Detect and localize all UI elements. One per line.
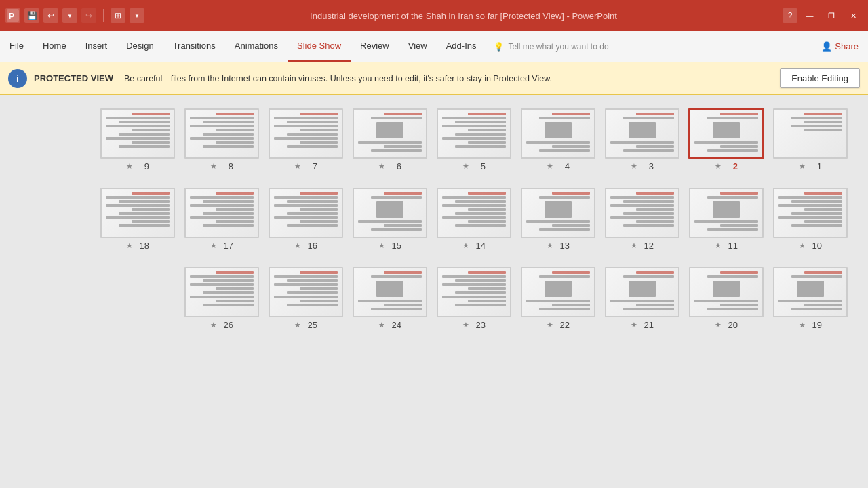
slide-item-1[interactable]: ★1: [773, 108, 848, 171]
slide-thumb-22[interactable]: [521, 267, 595, 317]
slide-number-24: 24: [388, 320, 401, 330]
slide-item-15[interactable]: ★15: [353, 188, 427, 251]
tab-transitions[interactable]: Transitions: [163, 31, 225, 62]
slide-item-20[interactable]: ★20: [689, 267, 764, 330]
slide-row-0: ★9★8★7★6★5★4★3★2★1: [20, 108, 848, 171]
slide-thumb-18[interactable]: [100, 188, 175, 238]
slide-number-14: 14: [472, 241, 486, 251]
present-icon[interactable]: ⊞: [111, 8, 125, 23]
slide-thumb-10[interactable]: [773, 188, 848, 238]
slide-thumb-3[interactable]: [605, 108, 679, 159]
slide-item-7[interactable]: ★7: [269, 108, 343, 171]
minimize-button[interactable]: —: [800, 6, 819, 25]
slide-item-26[interactable]: ★26: [184, 267, 259, 330]
separator: [103, 9, 104, 22]
svg-text:P: P: [9, 12, 14, 21]
slide-thumb-11[interactable]: [689, 188, 764, 238]
slide-thumb-4[interactable]: [521, 108, 595, 159]
star-icon: ★: [378, 241, 385, 250]
slide-item-14[interactable]: ★14: [437, 188, 511, 251]
slide-number-7: 7: [304, 161, 317, 171]
slide-number-26: 26: [220, 320, 233, 330]
slide-number-4: 4: [556, 161, 570, 171]
slide-thumb-17[interactable]: [184, 188, 259, 238]
close-button[interactable]: ✕: [844, 6, 863, 25]
slide-item-12[interactable]: ★12: [605, 188, 679, 251]
slide-item-17[interactable]: ★17: [184, 188, 259, 251]
restore-button[interactable]: ❐: [822, 6, 841, 25]
star-icon: ★: [799, 162, 806, 171]
tab-insert[interactable]: Insert: [76, 31, 117, 62]
slide-thumb-14[interactable]: [437, 188, 511, 238]
slide-number-20: 20: [724, 320, 738, 330]
undo-dropdown-icon[interactable]: ▼: [62, 8, 77, 23]
star-icon: ★: [631, 162, 637, 171]
tab-home[interactable]: Home: [33, 31, 76, 62]
protected-view-message: Be careful—files from the Internet can c…: [124, 74, 773, 83]
slide-thumb-19[interactable]: [773, 267, 848, 317]
tell-me-box[interactable]: 💡 Tell me what you want to do: [486, 42, 812, 52]
tab-view[interactable]: View: [399, 31, 437, 62]
enable-editing-button[interactable]: Enable Editing: [780, 68, 860, 88]
slide-number-16: 16: [304, 241, 317, 251]
slide-thumb-13[interactable]: [521, 188, 595, 238]
star-icon: ★: [462, 162, 469, 171]
slide-item-6[interactable]: ★6: [353, 108, 427, 171]
slide-thumb-6[interactable]: [353, 108, 427, 159]
slide-item-11[interactable]: ★11: [689, 188, 764, 251]
slide-item-16[interactable]: ★16: [269, 188, 343, 251]
undo-icon[interactable]: ↩: [43, 8, 58, 23]
slide-thumb-5[interactable]: [437, 108, 511, 159]
slide-item-10[interactable]: ★10: [773, 188, 848, 251]
help-icon[interactable]: ?: [783, 8, 797, 23]
slide-item-5[interactable]: ★5: [437, 108, 511, 171]
star-icon: ★: [294, 241, 301, 250]
star-icon: ★: [715, 321, 722, 329]
powerpoint-logo-icon[interactable]: P: [5, 8, 20, 23]
tab-design[interactable]: Design: [117, 31, 163, 62]
slide-item-18[interactable]: ★18: [100, 188, 175, 251]
slide-item-19[interactable]: ★19: [773, 267, 848, 330]
slide-item-9[interactable]: ★9: [100, 108, 175, 171]
slide-item-3[interactable]: ★3: [605, 108, 679, 171]
ribbon: File Home Insert Design Transitions Anim…: [0, 31, 868, 62]
tab-review[interactable]: Review: [351, 31, 399, 62]
slide-thumb-25[interactable]: [269, 267, 343, 317]
star-icon: ★: [547, 241, 553, 250]
slide-thumb-12[interactable]: [605, 188, 679, 238]
slide-number-12: 12: [640, 241, 654, 251]
tab-addins[interactable]: Add-Ins: [437, 31, 486, 62]
slide-number-19: 19: [808, 320, 822, 330]
slide-item-13[interactable]: ★13: [521, 188, 595, 251]
tab-slideshow[interactable]: Slide Show: [288, 31, 351, 62]
slide-item-22[interactable]: ★22: [521, 267, 595, 330]
slide-item-24[interactable]: ★24: [353, 267, 427, 330]
tab-animations[interactable]: Animations: [225, 31, 288, 62]
slide-thumb-20[interactable]: [689, 267, 764, 317]
slide-thumb-8[interactable]: [184, 108, 259, 159]
slide-thumb-9[interactable]: [100, 108, 175, 159]
slide-item-2[interactable]: ★2: [689, 108, 764, 171]
slide-number-1: 1: [808, 161, 822, 171]
slide-item-25[interactable]: ★25: [269, 267, 343, 330]
slide-thumb-15[interactable]: [353, 188, 427, 238]
slide-thumb-2[interactable]: [689, 108, 764, 159]
slide-thumb-1[interactable]: [773, 108, 848, 159]
slide-item-23[interactable]: ★23: [437, 267, 511, 330]
slide-thumb-24[interactable]: [353, 267, 427, 317]
save-icon[interactable]: 💾: [24, 8, 39, 23]
slide-item-8[interactable]: ★8: [184, 108, 259, 171]
redo-icon[interactable]: ↪: [81, 8, 96, 23]
tab-file[interactable]: File: [0, 31, 33, 62]
slide-item-21[interactable]: ★21: [605, 267, 679, 330]
slide-thumb-26[interactable]: [184, 267, 259, 317]
star-icon: ★: [126, 162, 133, 171]
slide-thumb-23[interactable]: [437, 267, 511, 317]
share-button[interactable]: 👤 Share: [812, 41, 868, 52]
slide-thumb-21[interactable]: [605, 267, 679, 317]
slide-thumb-16[interactable]: [269, 188, 343, 238]
person-icon: 👤: [821, 41, 832, 52]
slide-thumb-7[interactable]: [269, 108, 343, 159]
present-dropdown-icon[interactable]: ▼: [130, 8, 144, 23]
slide-item-4[interactable]: ★4: [521, 108, 595, 171]
